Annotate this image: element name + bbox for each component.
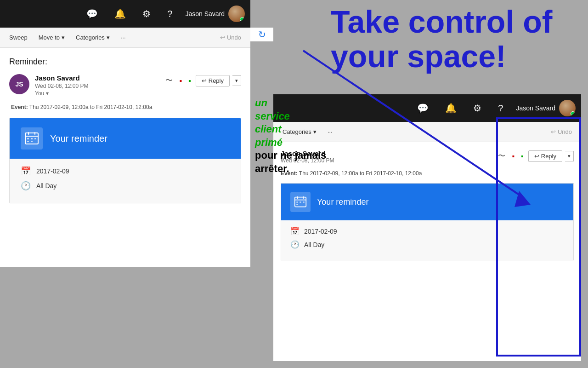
svg-rect-12 bbox=[295, 200, 306, 201]
categories-button[interactable]: Categories ▾ bbox=[71, 31, 114, 44]
cal-date-value: 2017-02-09 bbox=[36, 167, 69, 175]
right-avatar bbox=[559, 100, 576, 116]
right-cal-date-detail: 📅 2017-02-09 bbox=[290, 227, 564, 236]
right-email-actions: 〜 ▪ ▪ ↩ Reply ▾ bbox=[496, 150, 574, 163]
ad-banner: ↻ bbox=[250, 28, 273, 41]
right-cal-body: 📅 2017-02-09 🕐 All Day bbox=[281, 220, 573, 260]
cal-date-icon: 📅 bbox=[21, 166, 31, 176]
categories-chevron: ▾ bbox=[107, 34, 110, 41]
svg-rect-3 bbox=[25, 136, 38, 137]
right-cal-time-icon: 🕐 bbox=[290, 240, 300, 249]
help-icon[interactable]: ? bbox=[164, 5, 176, 23]
sweep-button[interactable]: Sweep bbox=[5, 31, 32, 44]
right-action-icon-3[interactable]: ▪ bbox=[519, 150, 526, 162]
email-body: Reminder: JS Jason Savard Wed 02-08, 12:… bbox=[0, 48, 250, 203]
online-indicator bbox=[240, 17, 244, 22]
right-action-icon-2[interactable]: ▪ bbox=[510, 150, 516, 162]
reply-icon: ↩ bbox=[202, 77, 207, 84]
svg-rect-13 bbox=[297, 196, 298, 199]
cal-date-detail: 📅 2017-02-09 bbox=[21, 166, 230, 176]
right-action-icon-1[interactable]: 〜 bbox=[496, 150, 507, 163]
svg-rect-18 bbox=[296, 204, 298, 205]
svg-rect-17 bbox=[303, 201, 305, 203]
refresh-icon: ↻ bbox=[258, 29, 266, 40]
to-chevron: ▾ bbox=[46, 90, 49, 97]
svg-rect-8 bbox=[34, 138, 36, 139]
right-user-info: Jason Savard bbox=[516, 100, 576, 116]
cal-icon bbox=[21, 127, 43, 150]
french-ad: un service client primé pour ne jamais a… bbox=[255, 97, 328, 176]
svg-rect-4 bbox=[28, 132, 29, 135]
reply-dropdown[interactable]: ▾ bbox=[232, 75, 241, 86]
right-cal-time-detail: 🕐 All Day bbox=[290, 240, 564, 249]
calendar-card: Your reminder 📅 2017-02-09 🕐 All Day bbox=[9, 118, 241, 203]
svg-rect-7 bbox=[31, 138, 33, 139]
cal-time-value: All Day bbox=[36, 182, 57, 190]
right-cal-date-icon: 📅 bbox=[290, 227, 300, 236]
right-help-icon[interactable]: ? bbox=[494, 99, 507, 117]
avatar bbox=[228, 6, 245, 22]
svg-rect-14 bbox=[303, 196, 304, 199]
right-cal-title: Your reminder bbox=[317, 197, 368, 207]
sender-to: You ▾ bbox=[35, 90, 158, 97]
french-green-text: un service client primé bbox=[255, 97, 328, 149]
action-icon-3[interactable]: ▪ bbox=[187, 75, 193, 87]
right-calendar-card: Your reminder 📅 2017-02-09 🕐 All Day bbox=[281, 183, 574, 260]
sender-avatar: JS bbox=[9, 74, 29, 94]
user-info: Jason Savard bbox=[185, 6, 245, 22]
cal-title: Your reminder bbox=[50, 133, 107, 144]
sender-date: Wed 02-08, 12:00 PM bbox=[35, 83, 158, 89]
left-topbar: 💬 🔔 ⚙ ? Jason Savard bbox=[0, 0, 250, 28]
right-cal-icon bbox=[290, 192, 311, 212]
right-chat-icon[interactable]: 💬 bbox=[413, 99, 432, 117]
svg-rect-10 bbox=[31, 141, 33, 142]
right-reply-dropdown[interactable]: ▾ bbox=[565, 151, 574, 161]
more-button[interactable]: ··· bbox=[116, 31, 130, 44]
username-label: Jason Savard bbox=[185, 10, 225, 17]
right-bell-icon[interactable]: 🔔 bbox=[441, 99, 460, 117]
settings-icon[interactable]: ⚙ bbox=[139, 5, 154, 23]
move-to-chevron: ▾ bbox=[62, 34, 65, 41]
svg-rect-6 bbox=[27, 138, 29, 139]
right-undo-icon: ↩ bbox=[551, 128, 556, 135]
action-icon-1[interactable]: 〜 bbox=[164, 74, 175, 87]
sender-name: Jason Savard bbox=[35, 74, 158, 82]
cal-time-icon: 🕐 bbox=[21, 181, 31, 191]
right-cal-header: Your reminder bbox=[281, 184, 573, 220]
chat-icon[interactable]: 💬 bbox=[83, 5, 102, 23]
cal-time-detail: 🕐 All Day bbox=[21, 181, 230, 191]
email-actions: 〜 ▪ ▪ ↩ Reply ▾ bbox=[164, 74, 241, 87]
right-cal-time-value: All Day bbox=[304, 241, 324, 248]
event-line: Event: Thu 2017-02-09, 12:00a to Fri 201… bbox=[9, 104, 241, 110]
move-to-button[interactable]: Move to ▾ bbox=[34, 31, 69, 44]
undo-icon: ↩ bbox=[220, 34, 225, 41]
right-undo-button[interactable]: ↩ Undo bbox=[546, 126, 577, 138]
right-username-label: Jason Savard bbox=[516, 104, 555, 112]
french-black-text: pour ne jamais arrêter. bbox=[255, 149, 328, 175]
left-toolbar: Sweep Move to ▾ Categories ▾ ··· ↩ Undo bbox=[0, 28, 250, 48]
svg-rect-5 bbox=[34, 132, 35, 135]
action-icon-2[interactable]: ▪ bbox=[177, 75, 184, 87]
undo-button[interactable]: ↩ Undo bbox=[215, 31, 246, 44]
promo-headline: Take control of your space! bbox=[331, 5, 579, 74]
email-header: JS Jason Savard Wed 02-08, 12:00 PM You … bbox=[9, 74, 241, 97]
left-email-panel: 💬 🔔 ⚙ ? Jason Savard Sweep Move to ▾ Cat… bbox=[0, 0, 250, 267]
svg-rect-9 bbox=[27, 141, 29, 142]
svg-rect-15 bbox=[296, 201, 298, 203]
reply-button[interactable]: ↩ Reply bbox=[196, 75, 230, 86]
cal-body: 📅 2017-02-09 🕐 All Day bbox=[10, 159, 241, 203]
right-settings-icon[interactable]: ⚙ bbox=[469, 99, 485, 117]
bell-icon[interactable]: 🔔 bbox=[111, 5, 130, 23]
right-reply-icon: ↩ bbox=[534, 153, 539, 160]
svg-rect-16 bbox=[300, 201, 301, 203]
cal-header: Your reminder bbox=[10, 118, 241, 159]
right-reply-button[interactable]: ↩ Reply bbox=[528, 150, 562, 162]
right-online-indicator bbox=[571, 111, 575, 116]
right-cal-date-value: 2017-02-09 bbox=[304, 228, 337, 235]
email-subject: Reminder: bbox=[9, 57, 241, 67]
sender-info: Jason Savard Wed 02-08, 12:00 PM You ▾ bbox=[35, 74, 158, 97]
